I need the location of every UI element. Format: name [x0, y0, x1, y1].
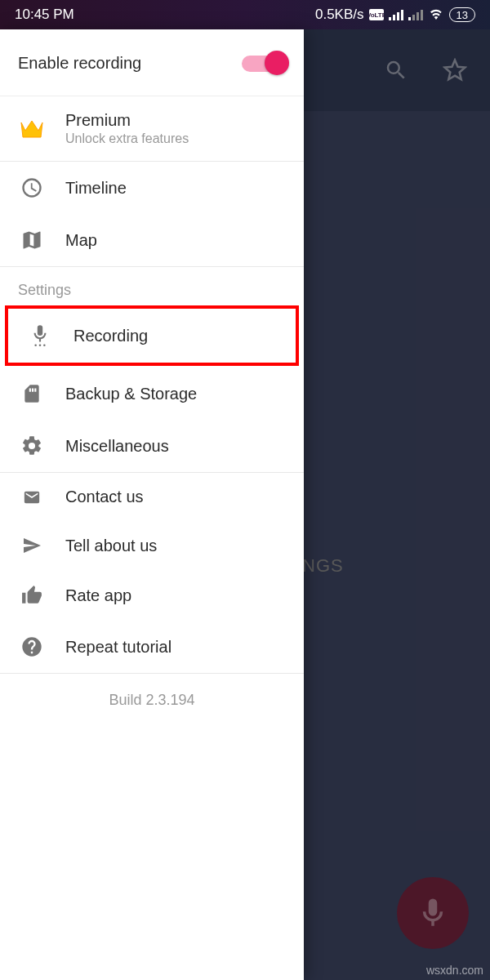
- drawer-item-tell[interactable]: Tell about us: [0, 521, 304, 570]
- gear-icon: [18, 434, 46, 457]
- timeline-label: Timeline: [65, 179, 127, 198]
- svg-rect-6: [408, 17, 411, 20]
- help-icon: [18, 635, 46, 658]
- backup-label: Backup & Storage: [65, 385, 197, 403]
- wifi-icon: [428, 8, 444, 21]
- svg-point-10: [34, 345, 37, 347]
- map-label: Map: [65, 231, 97, 250]
- misc-label: Miscellaneous: [65, 437, 169, 456]
- premium-title: Premium: [65, 111, 189, 130]
- drawer-item-map[interactable]: Map: [0, 214, 304, 266]
- bg-partial-text: NGS: [302, 555, 344, 577]
- svg-rect-3: [393, 15, 395, 20]
- drawer-item-tutorial[interactable]: Repeat tutorial: [0, 621, 304, 673]
- battery-icon: 13: [449, 7, 475, 22]
- settings-header: Settings: [0, 267, 304, 304]
- mic-settings-icon: [26, 323, 54, 348]
- svg-point-12: [43, 345, 46, 347]
- send-icon: [18, 536, 46, 555]
- enable-recording-row[interactable]: Enable recording: [0, 29, 304, 96]
- record-fab[interactable]: [397, 877, 469, 949]
- rate-label: Rate app: [65, 586, 131, 605]
- crown-icon: [18, 118, 46, 140]
- drawer-item-backup[interactable]: Backup & Storage: [0, 368, 304, 420]
- mail-icon: [18, 488, 46, 506]
- microphone-icon: [416, 896, 450, 930]
- tell-label: Tell about us: [65, 537, 157, 555]
- sd-card-icon: [18, 382, 46, 405]
- svg-rect-2: [389, 17, 391, 20]
- drawer-item-misc[interactable]: Miscellaneous: [0, 420, 304, 472]
- enable-recording-toggle[interactable]: [242, 56, 286, 72]
- svg-rect-4: [397, 12, 399, 20]
- drawer-item-rate[interactable]: Rate app: [0, 570, 304, 621]
- thumb-up-icon: [18, 585, 46, 606]
- drawer-item-timeline[interactable]: Timeline: [0, 162, 304, 214]
- signal-icon: [389, 9, 403, 20]
- signal-2-icon: [408, 9, 423, 20]
- svg-rect-7: [412, 15, 415, 20]
- svg-rect-5: [401, 10, 403, 20]
- nav-drawer: Enable recording Premium Unlock extra fe…: [0, 29, 304, 980]
- drawer-item-recording[interactable]: Recording: [8, 309, 296, 363]
- star-icon[interactable]: [443, 58, 467, 82]
- map-icon: [18, 229, 46, 252]
- svg-point-11: [39, 345, 42, 347]
- volte-icon: VoLTE: [369, 9, 384, 20]
- watermark: wsxdn.com: [426, 964, 483, 977]
- drawer-item-contact[interactable]: Contact us: [0, 473, 304, 521]
- tutorial-label: Repeat tutorial: [65, 638, 172, 657]
- premium-subtitle: Unlock extra features: [65, 131, 189, 146]
- network-speed: 0.5KB/s: [315, 7, 364, 23]
- clock-icon: [18, 176, 46, 199]
- contact-label: Contact us: [65, 488, 144, 506]
- recording-label: Recording: [74, 327, 148, 345]
- status-icons: 0.5KB/s VoLTE 13: [315, 7, 475, 23]
- svg-text:VoLTE: VoLTE: [369, 11, 384, 19]
- enable-recording-label: Enable recording: [18, 54, 141, 73]
- build-version: Build 2.3.194: [0, 674, 304, 727]
- svg-rect-8: [416, 12, 419, 20]
- status-time: 10:45 PM: [15, 7, 74, 23]
- highlight-annotation: Recording: [5, 305, 299, 366]
- svg-rect-9: [421, 10, 423, 20]
- status-bar: 10:45 PM 0.5KB/s VoLTE 13: [0, 0, 490, 29]
- drawer-item-premium[interactable]: Premium Unlock extra features: [0, 96, 304, 161]
- search-icon[interactable]: [384, 58, 408, 82]
